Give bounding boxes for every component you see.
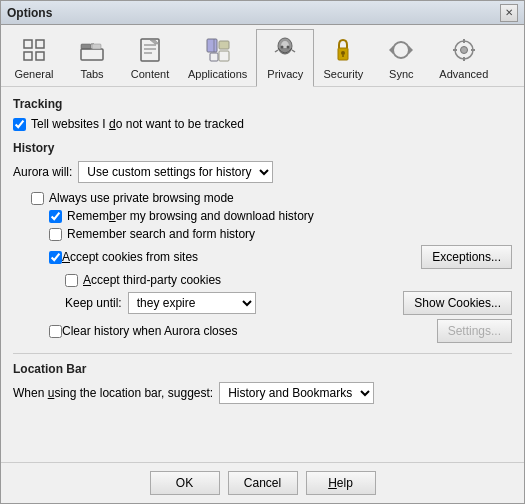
tab-tabs[interactable]: Tabs — [63, 29, 121, 86]
tabs-icon — [76, 34, 108, 66]
suggest-label: When using the location bar, suggest: — [13, 386, 213, 400]
location-bar-section: Location Bar When using the location bar… — [13, 362, 512, 404]
history-section: History Aurora will: Use custom settings… — [13, 141, 512, 343]
accept-cookies-label: Accept cookies from sites — [62, 250, 198, 264]
tab-security[interactable]: Security — [314, 29, 372, 86]
third-party-label: Accept third-party cookies — [83, 273, 221, 287]
keep-until-label: Keep until: — [65, 296, 122, 310]
tab-general[interactable]: General — [5, 29, 63, 86]
tab-applications[interactable]: Applications — [179, 29, 256, 86]
do-not-track-label: Tell websites I do not want to be tracke… — [31, 117, 244, 131]
svg-marker-12 — [150, 40, 159, 44]
svg-point-23 — [287, 46, 290, 49]
remember-browsing-checkbox[interactable] — [49, 210, 62, 223]
tab-general-label: General — [14, 68, 53, 80]
main-content: Tracking Tell websites I do not want to … — [1, 87, 524, 462]
tab-content-label: Content — [131, 68, 170, 80]
separator — [13, 353, 512, 354]
svg-line-21 — [292, 50, 295, 52]
remember-search-checkbox[interactable] — [49, 228, 62, 241]
private-mode-row: Always use private browsing mode — [31, 191, 512, 205]
svg-rect-3 — [36, 52, 44, 60]
cancel-button[interactable]: Cancel — [228, 471, 298, 495]
svg-rect-13 — [207, 39, 217, 52]
applications-icon — [202, 34, 234, 66]
clear-history-row: Clear history when Aurora closes Setting… — [49, 319, 512, 343]
help-button[interactable]: Help — [306, 471, 376, 495]
tab-applications-label: Applications — [188, 68, 247, 80]
tab-advanced-label: Advanced — [439, 68, 488, 80]
clear-history-label: Clear history when Aurora closes — [62, 324, 237, 338]
tab-bar: General Tabs — [1, 25, 524, 87]
privacy-icon — [269, 34, 301, 66]
svg-rect-14 — [210, 53, 218, 61]
do-not-track-row: Tell websites I do not want to be tracke… — [13, 117, 512, 131]
exceptions-button[interactable]: Exceptions... — [421, 245, 512, 269]
svg-rect-7 — [92, 44, 101, 49]
tab-advanced[interactable]: Advanced — [430, 29, 497, 86]
svg-rect-16 — [219, 41, 229, 49]
private-mode-label: Always use private browsing mode — [49, 191, 234, 205]
svg-rect-1 — [36, 40, 44, 48]
tab-privacy[interactable]: Privacy — [256, 29, 314, 87]
svg-rect-2 — [24, 52, 32, 60]
suggest-row: When using the location bar, suggest: Hi… — [13, 382, 512, 404]
aurora-will-label: Aurora will: — [13, 165, 72, 179]
accept-cookies-checkbox[interactable] — [49, 251, 62, 264]
svg-rect-34 — [471, 49, 475, 51]
sync-icon — [385, 34, 417, 66]
history-title: History — [13, 141, 512, 155]
svg-point-22 — [281, 46, 284, 49]
tab-tabs-label: Tabs — [80, 68, 103, 80]
do-not-track-checkbox[interactable] — [13, 118, 26, 131]
title-bar: Options ✕ — [1, 1, 524, 25]
security-icon — [327, 34, 359, 66]
tab-sync[interactable]: Sync — [372, 29, 430, 86]
footer: OK Cancel Help — [1, 462, 524, 503]
private-mode-checkbox[interactable] — [31, 192, 44, 205]
tab-content[interactable]: Content — [121, 29, 179, 86]
close-button[interactable]: ✕ — [500, 4, 518, 22]
svg-rect-5 — [81, 49, 103, 60]
aurora-will-row: Aurora will: Use custom settings for his… — [13, 161, 512, 183]
ok-button[interactable]: OK — [150, 471, 220, 495]
svg-point-30 — [460, 47, 467, 54]
svg-point-25 — [341, 51, 345, 55]
tab-security-label: Security — [323, 68, 363, 80]
remember-search-label: Remember search and form history — [67, 227, 255, 241]
advanced-icon — [448, 34, 480, 66]
tracking-title: Tracking — [13, 97, 512, 111]
options-window: Options ✕ General — [0, 0, 525, 504]
tracking-section: Tracking Tell websites I do not want to … — [13, 97, 512, 131]
clear-history-checkbox[interactable] — [49, 325, 62, 338]
accept-cookies-row: Accept cookies from sites Exceptions... — [49, 245, 512, 269]
svg-rect-17 — [219, 51, 229, 61]
svg-rect-32 — [463, 57, 465, 61]
window-title: Options — [7, 6, 52, 20]
keep-until-row: Keep until: they expire I close Aurora a… — [65, 291, 512, 315]
svg-marker-27 — [409, 46, 413, 54]
svg-marker-28 — [389, 46, 393, 54]
remember-search-row: Remember search and form history — [49, 227, 512, 241]
location-bar-title: Location Bar — [13, 362, 512, 376]
history-dropdown[interactable]: Use custom settings for history Remember… — [78, 161, 273, 183]
tab-sync-label: Sync — [389, 68, 413, 80]
remember-browsing-label: Remember my browsing and download histor… — [67, 209, 314, 223]
svg-line-20 — [275, 50, 278, 52]
general-icon — [18, 34, 50, 66]
third-party-checkbox[interactable] — [65, 274, 78, 287]
content-icon — [134, 34, 166, 66]
suggest-dropdown[interactable]: History and Bookmarks History Bookmarks … — [219, 382, 374, 404]
remember-browsing-row: Remember my browsing and download histor… — [49, 209, 512, 223]
settings-button[interactable]: Settings... — [437, 319, 512, 343]
show-cookies-button[interactable]: Show Cookies... — [403, 291, 512, 315]
svg-rect-0 — [24, 40, 32, 48]
svg-rect-33 — [453, 49, 457, 51]
tab-privacy-label: Privacy — [267, 68, 303, 80]
svg-rect-31 — [463, 39, 465, 43]
third-party-cookies-row: Accept third-party cookies — [65, 273, 512, 287]
keep-until-dropdown[interactable]: they expire I close Aurora ask me every … — [128, 292, 256, 314]
